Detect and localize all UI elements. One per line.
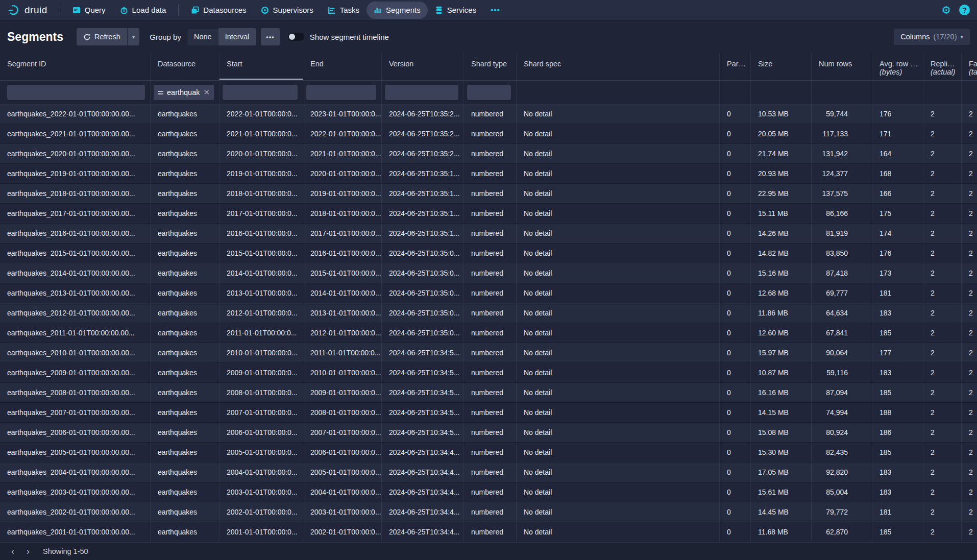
cell-segment_id[interactable]: earthquakes_2001-01-01T00:00:00.00... xyxy=(0,522,151,542)
cell-datasource[interactable]: earthquakes xyxy=(151,522,219,542)
cell-end[interactable]: 2002-01-01T00:00:0... xyxy=(303,522,382,542)
cell-datasource[interactable]: earthquakes xyxy=(151,144,219,163)
cell-datasource[interactable]: earthquakes xyxy=(151,502,219,522)
cell-replicas[interactable]: 2 xyxy=(923,224,962,243)
cell-version[interactable]: 2024-06-25T10:34:4... xyxy=(382,482,464,502)
cell-shard_spec[interactable]: No detail xyxy=(517,423,720,442)
next-page-button[interactable]: › xyxy=(20,545,36,558)
cell-shard_type[interactable]: numbered xyxy=(464,303,517,323)
cell-datasource[interactable]: earthquakes xyxy=(151,403,219,422)
cell-num_rows[interactable]: 59,116 xyxy=(812,363,872,382)
cell-segment_id[interactable]: earthquakes_2002-01-01T00:00:00.00... xyxy=(0,502,151,522)
cell-avg_row_size[interactable]: 183 xyxy=(872,303,923,323)
nav-item-query[interactable]: Query xyxy=(65,2,113,19)
cell-shard_spec[interactable]: No detail xyxy=(517,184,720,203)
cell-end[interactable]: 2017-01-01T00:00:0... xyxy=(303,224,382,243)
cell-num_rows[interactable]: 64,634 xyxy=(812,303,872,323)
cell-shard_spec[interactable]: No detail xyxy=(517,164,720,183)
cell-factor[interactable]: 2 xyxy=(962,283,977,303)
cell-datasource[interactable]: earthquakes xyxy=(151,204,219,223)
cell-shard_type[interactable]: numbered xyxy=(464,383,517,402)
cell-end[interactable]: 2018-01-01T00:00:0... xyxy=(303,204,382,223)
cell-version[interactable]: 2024-06-25T10:34:5... xyxy=(382,383,464,402)
filter-input-shard_type[interactable] xyxy=(467,85,511,100)
filter-input-segment_id[interactable] xyxy=(7,85,145,100)
cell-start[interactable]: 2014-01-01T00:00:0... xyxy=(219,263,303,283)
cell-num_rows[interactable]: 92,820 xyxy=(812,462,872,482)
cell-factor[interactable]: 2 xyxy=(962,303,977,323)
cell-size[interactable]: 16.16 MB xyxy=(751,383,812,402)
segment-timeline-toggle[interactable] xyxy=(288,33,304,41)
cell-num_rows[interactable]: 85,004 xyxy=(812,482,872,502)
cell-shard_spec[interactable]: No detail xyxy=(517,224,720,243)
cell-datasource[interactable]: earthquakes xyxy=(151,244,219,263)
cell-version[interactable]: 2024-06-25T10:35:0... xyxy=(382,244,464,263)
cell-segment_id[interactable]: earthquakes_2014-01-01T00:00:00.00... xyxy=(0,263,151,283)
cell-segment_id[interactable]: earthquakes_2011-01-01T00:00:00.00... xyxy=(0,323,151,343)
cell-shard_spec[interactable]: No detail xyxy=(517,343,720,362)
cell-replicas[interactable]: 2 xyxy=(923,403,962,422)
cell-segment_id[interactable]: earthquakes_2015-01-01T00:00:00.00... xyxy=(0,244,151,263)
cell-factor[interactable]: 2 xyxy=(962,403,977,422)
cell-segment_id[interactable]: earthquakes_2010-01-01T00:00:00.00... xyxy=(0,343,151,362)
cell-num_rows[interactable]: 137,575 xyxy=(812,184,872,203)
cell-replicas[interactable]: 2 xyxy=(923,502,962,522)
cell-end[interactable]: 2023-01-01T00:00:0... xyxy=(303,104,382,124)
previous-page-button[interactable]: ‹ xyxy=(5,545,20,558)
datasource-filter-chip[interactable]: earthquakes✕ xyxy=(154,85,214,100)
cell-factor[interactable]: 2 xyxy=(962,462,977,482)
cell-shard_type[interactable]: numbered xyxy=(464,443,517,462)
cell-shard_spec[interactable]: No detail xyxy=(517,283,720,303)
cell-num_rows[interactable]: 79,772 xyxy=(812,502,872,522)
column-header-segment_id[interactable]: Segment ID xyxy=(0,53,151,80)
cell-end[interactable]: 2021-01-01T00:00:0... xyxy=(303,144,382,163)
cell-factor[interactable]: 2 xyxy=(962,263,977,283)
cell-partition[interactable]: 0 xyxy=(720,323,751,343)
cell-version[interactable]: 2024-06-25T10:35:1... xyxy=(382,164,464,183)
cell-avg_row_size[interactable]: 168 xyxy=(872,164,923,183)
cell-replicas[interactable]: 2 xyxy=(923,443,962,462)
cell-size[interactable]: 21.74 MB xyxy=(751,144,812,163)
cell-replicas[interactable]: 2 xyxy=(923,244,962,263)
cell-version[interactable]: 2024-06-25T10:35:1... xyxy=(382,184,464,203)
cell-segment_id[interactable]: earthquakes_2020-01-01T00:00:00.00... xyxy=(0,144,151,163)
cell-partition[interactable]: 0 xyxy=(720,343,751,362)
cell-version[interactable]: 2024-06-25T10:34:4... xyxy=(382,443,464,462)
cell-avg_row_size[interactable]: 176 xyxy=(872,244,923,263)
cell-avg_row_size[interactable]: 164 xyxy=(872,144,923,163)
cell-partition[interactable]: 0 xyxy=(720,482,751,502)
cell-end[interactable]: 2015-01-01T00:00:0... xyxy=(303,263,382,283)
remove-filter-icon[interactable]: ✕ xyxy=(203,88,210,97)
column-header-replicas[interactable]: Replicas(actual) xyxy=(923,53,962,80)
cell-factor[interactable]: 2 xyxy=(962,482,977,502)
cell-factor[interactable]: 2 xyxy=(962,204,977,223)
cell-avg_row_size[interactable]: 166 xyxy=(872,184,923,203)
cell-num_rows[interactable]: 90,064 xyxy=(812,343,872,362)
cell-size[interactable]: 10.87 MB xyxy=(751,363,812,382)
cell-end[interactable]: 2011-01-01T00:00:0... xyxy=(303,343,382,362)
cell-partition[interactable]: 0 xyxy=(720,204,751,223)
cell-end[interactable]: 2019-01-01T00:00:0... xyxy=(303,184,382,203)
cell-start[interactable]: 2008-01-01T00:00:0... xyxy=(219,383,303,402)
cell-end[interactable]: 2006-01-01T00:00:0... xyxy=(303,443,382,462)
cell-end[interactable]: 2012-01-01T00:00:0... xyxy=(303,323,382,343)
cell-segment_id[interactable]: earthquakes_2008-01-01T00:00:00.00... xyxy=(0,383,151,402)
cell-version[interactable]: 2024-06-25T10:35:0... xyxy=(382,323,464,343)
cell-replicas[interactable]: 2 xyxy=(923,383,962,402)
column-header-datasource[interactable]: Datasource xyxy=(151,53,219,80)
cell-start[interactable]: 2009-01-01T00:00:0... xyxy=(219,363,303,382)
cell-replicas[interactable]: 2 xyxy=(923,104,962,124)
cell-end[interactable]: 2010-01-01T00:00:0... xyxy=(303,363,382,382)
filter-input-end[interactable] xyxy=(306,85,376,100)
cell-replicas[interactable]: 2 xyxy=(923,263,962,283)
cell-num_rows[interactable]: 69,777 xyxy=(812,283,872,303)
cell-version[interactable]: 2024-06-25T10:35:0... xyxy=(382,283,464,303)
cell-replicas[interactable]: 2 xyxy=(923,204,962,223)
cell-start[interactable]: 2013-01-01T00:00:0... xyxy=(219,283,303,303)
cell-shard_spec[interactable]: No detail xyxy=(517,124,720,143)
cell-avg_row_size[interactable]: 173 xyxy=(872,263,923,283)
cell-num_rows[interactable]: 59,744 xyxy=(812,104,872,124)
cell-version[interactable]: 2024-06-25T10:34:4... xyxy=(382,462,464,482)
refresh-dropdown-button[interactable]: ▾ xyxy=(128,28,140,45)
cell-shard_type[interactable]: numbered xyxy=(464,124,517,143)
